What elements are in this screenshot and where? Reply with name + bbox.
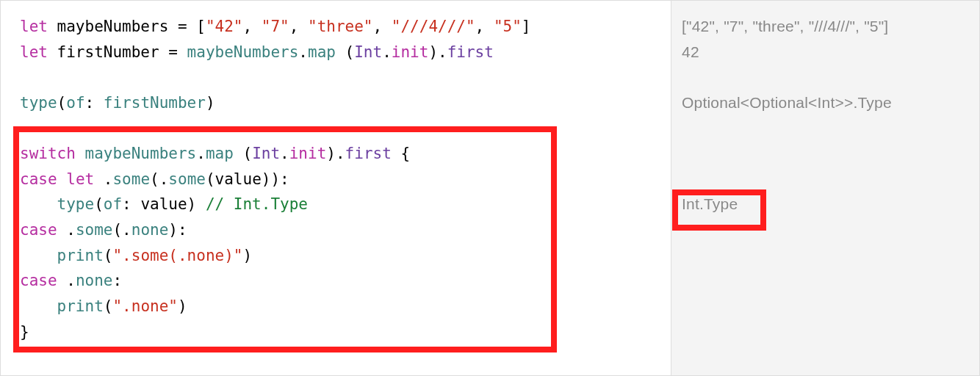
result-line-1[interactable]: ["42", "7", "three", "///4///", "5"] bbox=[682, 14, 969, 40]
code-line-9[interactable]: case .some(.none): bbox=[20, 217, 671, 243]
code-line-4[interactable]: type(of: firstNumber) bbox=[20, 90, 671, 116]
code-line-8[interactable]: type(of: value) // Int.Type bbox=[20, 192, 671, 217]
code-line-6[interactable]: switch maybeNumbers.map (Int.init).first… bbox=[20, 141, 671, 167]
blank-result bbox=[682, 116, 969, 142]
result-line-8[interactable]: Int.Type bbox=[682, 192, 969, 217]
blank-result bbox=[682, 167, 969, 192]
blank-line bbox=[20, 116, 671, 142]
blank-line bbox=[20, 65, 671, 90]
playground-window: let maybeNumbers = ["42", "7", "three", … bbox=[0, 0, 980, 376]
results-sidebar: ["42", "7", "three", "///4///", "5"] 42 … bbox=[671, 1, 979, 375]
code-line-10[interactable]: print(".some(.none)") bbox=[20, 243, 671, 269]
keyword-let: let bbox=[20, 18, 48, 35]
code-line-12[interactable]: print(".none") bbox=[20, 294, 671, 319]
blank-result bbox=[682, 141, 969, 167]
code-line-2[interactable]: let firstNumber = maybeNumbers.map (Int.… bbox=[20, 40, 671, 65]
result-line-2[interactable]: 42 bbox=[682, 40, 969, 65]
code-line-11[interactable]: case .none: bbox=[20, 268, 671, 294]
result-line-4[interactable]: Optional<Optional<Int>>.Type bbox=[682, 90, 969, 116]
code-editor[interactable]: let maybeNumbers = ["42", "7", "three", … bbox=[1, 1, 671, 375]
code-line-7[interactable]: case let .some(.some(value)): bbox=[20, 167, 671, 192]
code-line-13[interactable]: } bbox=[20, 319, 671, 345]
blank-result bbox=[682, 65, 969, 90]
code-line-1[interactable]: let maybeNumbers = ["42", "7", "three", … bbox=[20, 14, 671, 40]
